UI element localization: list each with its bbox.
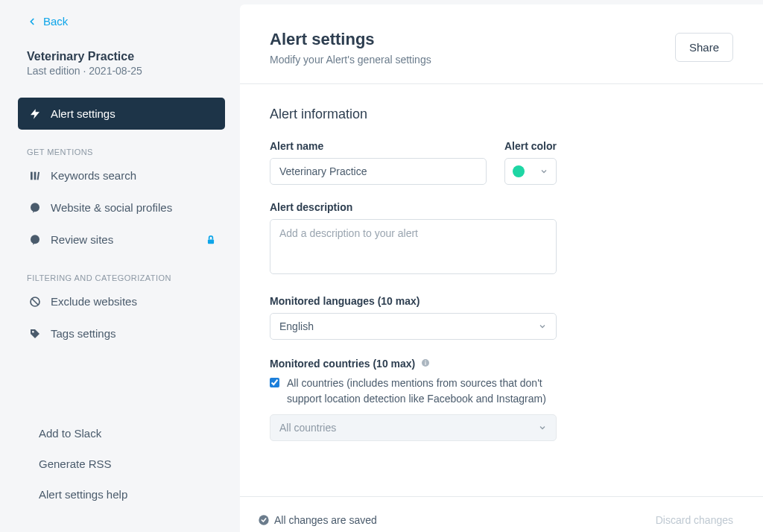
sidebar-item-label: Review sites	[51, 233, 113, 246]
sidebar-item-label: Alert settings	[51, 107, 115, 120]
svg-rect-11	[425, 362, 426, 365]
sidebar-item-label: Tags settings	[51, 327, 116, 340]
discard-changes-link[interactable]: Discard changes	[656, 514, 733, 526]
sidebar-item-website-social[interactable]: Website & social profiles	[18, 191, 225, 224]
chevron-down-icon	[539, 167, 548, 176]
monitored-languages-value: English	[279, 320, 314, 332]
lock-icon	[206, 235, 216, 245]
main-body: Alert information Alert name Alert color…	[240, 84, 763, 496]
section-get-mentions-label: GET MENTIONS	[27, 148, 225, 156]
main-panel: Alert settings Modify your Alert's gener…	[240, 4, 763, 532]
alert-name-label: Alert name	[270, 140, 487, 152]
monitored-languages-label: Monitored languages (10 max)	[270, 295, 557, 307]
sidebar-item-alert-settings[interactable]: Alert settings	[18, 98, 225, 130]
page-title: Alert settings	[270, 30, 431, 49]
sidebar-item-exclude-websites[interactable]: Exclude websites	[18, 285, 225, 317]
svg-point-3	[31, 203, 39, 212]
main-header: Alert settings Modify your Alert's gener…	[240, 4, 763, 84]
lightning-icon	[27, 108, 43, 120]
svg-line-7	[32, 299, 38, 305]
saved-status: All changes are saved	[258, 514, 377, 526]
bookmark-icon	[27, 170, 43, 182]
sidebar-item-label: Website & social profiles	[51, 201, 172, 214]
monitored-languages-select[interactable]: English	[270, 313, 557, 340]
comment-icon	[27, 202, 43, 214]
section-filtering-label: FILTERING AND CATEGORIZATION	[27, 273, 225, 282]
sidebar-item-label: Exclude websites	[51, 295, 137, 308]
all-countries-checkbox[interactable]	[270, 378, 279, 387]
page-subtitle: Modify your Alert's general settings	[270, 54, 431, 66]
back-link[interactable]: Back	[27, 15, 225, 28]
alert-color-picker[interactable]	[504, 158, 557, 185]
sidebar-item-tags-settings[interactable]: Tags settings	[18, 317, 225, 349]
chevron-down-icon	[538, 322, 547, 331]
comment-dots-icon	[27, 234, 43, 246]
chevron-left-icon	[27, 16, 37, 27]
sidebar: Back Veterinary Practice Last edition · …	[0, 0, 240, 532]
back-label: Back	[43, 15, 68, 28]
ban-icon	[27, 296, 43, 308]
alert-name-input[interactable]	[270, 158, 487, 185]
tag-icon	[27, 328, 43, 340]
svg-rect-1	[34, 171, 37, 180]
monitored-countries-label: Monitored countries (10 max)	[270, 358, 557, 370]
alert-settings-help-link[interactable]: Alert settings help	[27, 479, 225, 510]
countries-select-disabled: All countries	[270, 414, 557, 441]
all-countries-checkbox-label[interactable]: All countries (includes mentions from so…	[287, 376, 557, 407]
svg-point-8	[32, 331, 34, 333]
svg-rect-2	[37, 171, 39, 180]
svg-point-10	[425, 361, 426, 362]
chevron-down-icon	[538, 423, 547, 432]
alert-last-edition: Last edition · 2021-08-25	[27, 65, 225, 77]
svg-point-4	[31, 235, 39, 244]
add-to-slack-link[interactable]: Add to Slack	[27, 418, 225, 449]
color-swatch	[513, 165, 525, 177]
generate-rss-link[interactable]: Generate RSS	[27, 449, 225, 479]
sidebar-item-review-sites[interactable]: Review sites	[18, 224, 225, 256]
sidebar-bottom-links: Add to Slack Generate RSS Alert settings…	[27, 418, 225, 525]
sidebar-item-label: Keywords search	[51, 169, 136, 182]
alert-description-input[interactable]	[270, 219, 557, 274]
alert-color-label: Alert color	[504, 140, 557, 152]
svg-rect-0	[31, 171, 33, 180]
sidebar-item-keywords-search[interactable]: Keywords search	[18, 159, 225, 191]
check-circle-icon	[258, 514, 270, 526]
alert-title: Veterinary Practice	[27, 50, 225, 63]
alert-description-label: Alert description	[270, 201, 557, 213]
save-bar: All changes are saved Discard changes	[240, 496, 763, 532]
svg-rect-5	[208, 239, 214, 244]
info-icon	[421, 358, 430, 370]
share-button[interactable]: Share	[675, 33, 733, 62]
countries-select-value: All countries	[279, 422, 336, 434]
section-title: Alert information	[270, 107, 733, 122]
